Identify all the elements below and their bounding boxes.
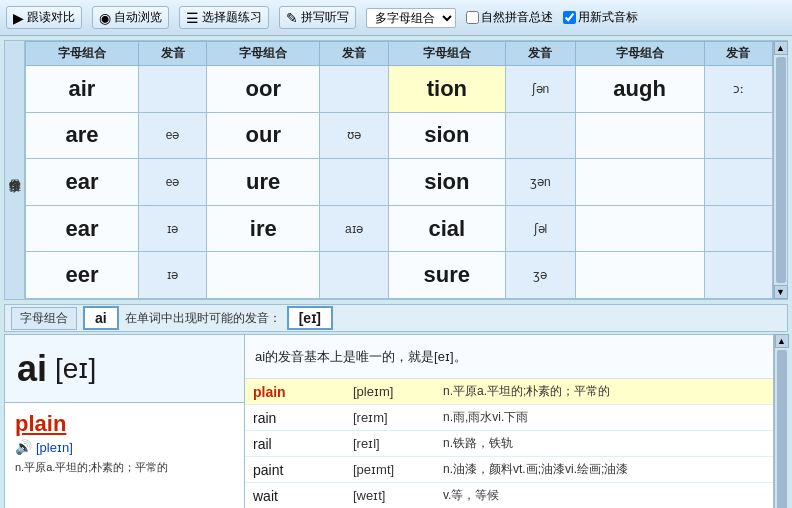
table-cell-r1-c7[interactable] [704,112,773,159]
table-cell-r0-c7[interactable]: ɔː [704,66,773,113]
table-cell-r2-c6[interactable] [575,159,704,206]
table-cell-r0-c3[interactable] [320,66,388,113]
table-cell-r3-c5[interactable]: ʃəl [506,205,576,252]
auto-browse-label: 自动浏览 [114,9,162,26]
word-phonetic: [pleɪm] [353,384,443,399]
word-main: plain [15,411,234,437]
word-list: plain[pleɪm]n.平原a.平坦的;朴素的；平常的rain[reɪm]n… [245,379,773,508]
word-meaning: n.平原a.平坦的;朴素的；平常的 [443,383,765,400]
natural-pinyin-checkbox[interactable]: 自然拼音总述 [466,9,553,26]
table-cell-r0-c1[interactable] [138,66,206,113]
word-meaning: v.等，等候 [443,487,765,504]
col-header-5: 字母组合 [388,42,505,66]
table-body: airoortionʃənaughɔːareeəourʊəsioneareəur… [26,66,773,299]
table-cell-r0-c0[interactable]: air [26,66,139,113]
word-phonetic-text: [pleɪn] [36,440,73,455]
word-english: wait [253,488,353,504]
scroll-down-arrow[interactable]: ▼ [774,285,788,299]
table-cell-r3-c7[interactable] [704,205,773,252]
table-cell-r1-c0[interactable]: are [26,112,139,159]
ai-description: ai的发音基本上是唯一的，就是[eɪ]。 [245,335,773,379]
natural-pinyin-label: 自然拼音总述 [481,9,553,26]
table-cell-r4-c7[interactable] [704,252,773,299]
ai-phoneme: [eɪ] [55,352,96,385]
select-practice-icon: ☰ [186,10,199,26]
table-cell-r4-c2[interactable] [207,252,320,299]
table-cell-r4-c4[interactable]: sure [388,252,505,299]
table-cell-r1-c2[interactable]: our [207,112,320,159]
phonics-table: 字母组合 发音 字母组合 发音 字母组合 发音 字母组合 发音 airoorti… [25,41,773,299]
table-cell-r2-c7[interactable] [704,159,773,206]
table-cell-r3-c1[interactable]: ɪə [138,205,206,252]
tab-hint: 在单词中出现时可能的发音： [125,310,281,327]
table-cell-r2-c5[interactable]: ʒən [506,159,576,206]
word-phonetic: [reɪl] [353,436,443,451]
table-cell-r1-c4[interactable]: sion [388,112,505,159]
table-cell-r4-c5[interactable]: ʒə [506,252,576,299]
table-cell-r1-c6[interactable] [575,112,704,159]
table-cell-r0-c2[interactable]: oor [207,66,320,113]
right-scrollbar[interactable]: ▲ ▼ [774,334,788,508]
table-cell-r1-c5[interactable] [506,112,576,159]
word-list-item[interactable]: wait[weɪt]v.等，等候 [245,483,773,508]
content-area: ai [eɪ] plain 🔊 [pleɪn] n.平原a.平坦的;朴素的；平常… [4,334,788,508]
select-practice-label: 选择题练习 [202,9,262,26]
word-phonetic: 🔊 [pleɪn] [15,439,234,455]
table-cell-r2-c2[interactable]: ure [207,159,320,206]
word-english: rain [253,410,353,426]
mode-select[interactable]: 多字母组合 [366,8,456,28]
word-list-item[interactable]: rain[reɪm]n.雨,雨水vi.下雨 [245,405,773,431]
table-cell-r3-c4[interactable]: cial [388,205,505,252]
table-cell-r3-c2[interactable]: ire [207,205,320,252]
col-header-8: 发音 [704,42,773,66]
word-definition: n.平原a.平坦的;朴素的；平常的 [15,459,234,476]
word-list-item[interactable]: plain[pleɪm]n.平原a.平坦的;朴素的；平常的 [245,379,773,405]
table-cell-r4-c1[interactable]: ɪə [138,252,206,299]
new-phonetic-label: 用新式音标 [578,9,638,26]
table-cell-r0-c5[interactable]: ʃən [506,66,576,113]
word-english: plain [253,384,353,400]
word-list-item[interactable]: rail[reɪl]n.铁路，铁轨 [245,431,773,457]
auto-browse-icon: ◉ [99,10,111,26]
table-cell-r0-c4[interactable]: tion [388,66,505,113]
table-cell-r4-c0[interactable]: eer [26,252,139,299]
col-header-7: 字母组合 [575,42,704,66]
phonics-table-area: 多个字母组合 字母组合 发音 字母组合 发音 字母组合 发音 字母组合 发音 a… [4,40,788,300]
speaker-icon[interactable]: 🔊 [15,439,32,455]
toolbar: ▶ 跟读对比 ◉ 自动浏览 ☰ 选择题练习 ✎ 拼写听写 多字母组合 自然拼音总… [0,0,792,36]
scroll-up-arrow[interactable]: ▲ [774,41,788,55]
table-cell-r3-c0[interactable]: ear [26,205,139,252]
table-cell-r3-c6[interactable] [575,205,704,252]
table-cell-r4-c3[interactable] [320,252,388,299]
table-cell-r2-c0[interactable]: ear [26,159,139,206]
word-english: rail [253,436,353,452]
follow-read-label: 跟读对比 [27,9,75,26]
table-cell-r2-c3[interactable] [320,159,388,206]
col-header-2: 发音 [138,42,206,66]
word-phonetic: [reɪm] [353,410,443,425]
right-scroll-thumb[interactable] [777,350,787,508]
spelling-button[interactable]: ✎ 拼写听写 [279,6,356,29]
new-phonetic-checkbox[interactable]: 用新式音标 [563,9,638,26]
table-cell-r3-c3[interactable]: aɪə [320,205,388,252]
select-practice-button[interactable]: ☰ 选择题练习 [179,6,269,29]
table-cell-r1-c1[interactable]: eə [138,112,206,159]
follow-read-button[interactable]: ▶ 跟读对比 [6,6,82,29]
table-cell-r2-c1[interactable]: eə [138,159,206,206]
word-meaning: n.铁路，铁轨 [443,435,765,452]
scroll-thumb[interactable] [776,57,786,283]
tab-label[interactable]: 字母组合 [11,307,77,330]
word-list-item[interactable]: paint[peɪmt]n.油漆，颜料vt.画;油漆vi.绘画;油漆 [245,457,773,483]
col-header-4: 发音 [320,42,388,66]
table-scrollbar[interactable]: ▲ ▼ [773,41,787,299]
col-header-1: 字母组合 [26,42,139,66]
auto-browse-button[interactable]: ◉ 自动浏览 [92,6,169,29]
table-cell-r0-c6[interactable]: augh [575,66,704,113]
table-cell-r2-c4[interactable]: sion [388,159,505,206]
ai-letters: ai [17,348,47,390]
word-phonetic: [weɪt] [353,488,443,503]
table-cell-r1-c3[interactable]: ʊə [320,112,388,159]
right-scroll-up[interactable]: ▲ [775,334,789,348]
table-cell-r4-c6[interactable] [575,252,704,299]
tab-active[interactable]: ai [83,306,119,330]
